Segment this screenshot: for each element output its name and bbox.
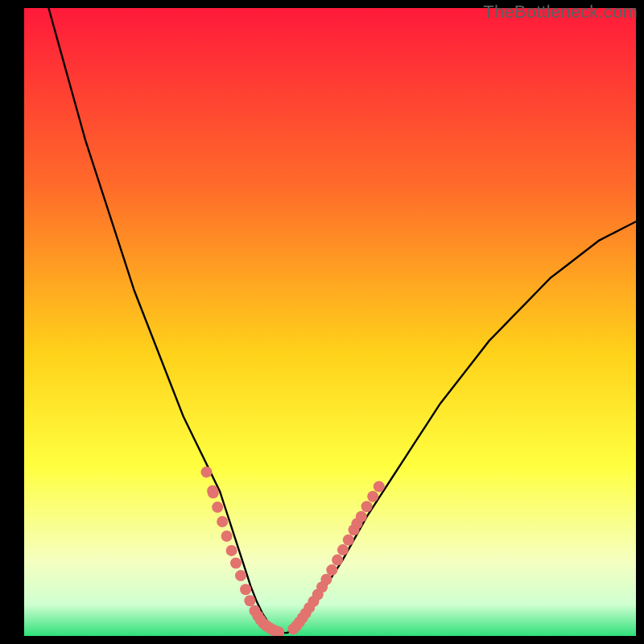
data-dot (226, 545, 237, 556)
data-dot (326, 564, 337, 576)
chart-frame (24, 8, 636, 636)
data-dot (374, 481, 385, 492)
data-dot (230, 558, 242, 569)
data-dot (356, 511, 367, 522)
data-dot (332, 555, 343, 566)
data-dot (201, 466, 213, 477)
data-dot (235, 570, 246, 581)
data-dot (221, 530, 233, 542)
chart-svg (24, 8, 636, 636)
data-dot (337, 544, 349, 555)
attribution-text: TheBottleneck.com (483, 2, 638, 23)
data-dot (212, 502, 223, 513)
data-dot (343, 535, 354, 546)
data-dot (217, 516, 228, 527)
data-dot (320, 574, 332, 585)
data-dot (367, 491, 378, 502)
data-dot (208, 487, 219, 498)
gradient-bg (24, 8, 636, 636)
data-dot (361, 501, 373, 512)
data-dot (244, 595, 255, 606)
data-dot (240, 584, 251, 595)
